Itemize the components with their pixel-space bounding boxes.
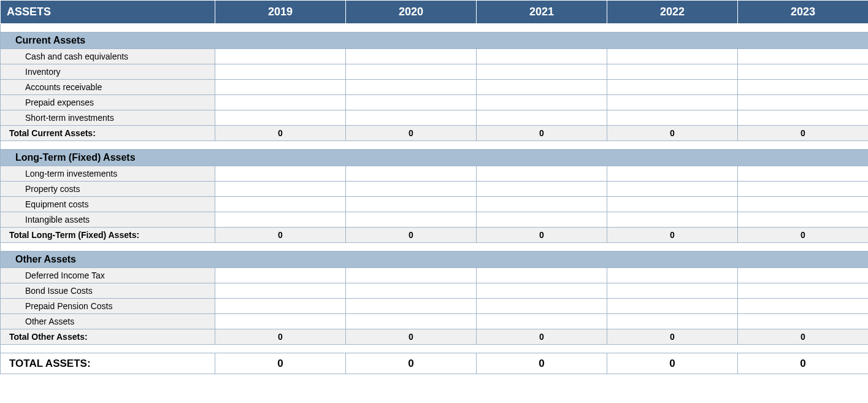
line-item-value[interactable] xyxy=(346,49,477,64)
line-item-row: Prepaid Pension Costs xyxy=(1,299,869,314)
grand-total-value: 0 xyxy=(346,353,477,374)
subtotal-label: Total Long-Term (Fixed) Assets: xyxy=(1,228,215,243)
line-item-value[interactable] xyxy=(607,299,738,314)
line-item-value[interactable] xyxy=(607,95,738,110)
line-item-value[interactable] xyxy=(346,212,477,228)
line-item-value[interactable] xyxy=(346,95,477,110)
line-item-value[interactable] xyxy=(607,110,738,126)
line-item-value[interactable] xyxy=(346,110,477,126)
line-item-value[interactable] xyxy=(607,182,738,197)
line-item-value[interactable] xyxy=(738,64,869,80)
line-item-value[interactable] xyxy=(477,95,607,110)
grand-total-row: TOTAL ASSETS:00000 xyxy=(1,353,869,374)
subtotal-value: 0 xyxy=(607,228,738,243)
line-item-value[interactable] xyxy=(215,49,346,64)
line-item-value[interactable] xyxy=(346,197,477,212)
line-item-value[interactable] xyxy=(607,212,738,228)
subtotal-value: 0 xyxy=(738,126,869,141)
grand-total-label: TOTAL ASSETS: xyxy=(1,353,215,374)
line-item-value[interactable] xyxy=(215,268,346,283)
line-item-value[interactable] xyxy=(607,166,738,182)
line-item-value[interactable] xyxy=(477,49,607,64)
line-item-value[interactable] xyxy=(346,166,477,182)
line-item-value[interactable] xyxy=(215,299,346,314)
line-item-value[interactable] xyxy=(738,197,869,212)
subtotal-value: 0 xyxy=(215,329,346,345)
line-item-value[interactable] xyxy=(477,299,607,314)
section-title: Other Assets xyxy=(1,251,869,268)
line-item-value[interactable] xyxy=(215,80,346,95)
line-item-value[interactable] xyxy=(215,212,346,228)
line-item-value[interactable] xyxy=(346,299,477,314)
subtotal-row: Total Other Assets:00000 xyxy=(1,329,869,345)
line-item-value[interactable] xyxy=(607,268,738,283)
line-item-value[interactable] xyxy=(346,268,477,283)
line-item-value[interactable] xyxy=(215,166,346,182)
line-item-row: Deferred Income Tax xyxy=(1,268,869,283)
line-item-value[interactable] xyxy=(215,95,346,110)
line-item-value[interactable] xyxy=(215,110,346,126)
line-item-value[interactable] xyxy=(477,268,607,283)
line-item-value[interactable] xyxy=(477,197,607,212)
spacer-cell xyxy=(1,24,869,33)
subtotal-value: 0 xyxy=(215,126,346,141)
line-item-value[interactable] xyxy=(738,80,869,95)
line-item-value[interactable] xyxy=(346,80,477,95)
subtotal-value: 0 xyxy=(346,228,477,243)
year-header: 2022 xyxy=(607,1,738,24)
line-item-value[interactable] xyxy=(607,49,738,64)
line-item-value[interactable] xyxy=(477,212,607,228)
line-item-row: Long-term investements xyxy=(1,166,869,182)
line-item-value[interactable] xyxy=(607,80,738,95)
line-item-value[interactable] xyxy=(477,283,607,299)
line-item-row: Inventory xyxy=(1,64,869,80)
spacer-row xyxy=(1,345,869,353)
line-item-value[interactable] xyxy=(738,212,869,228)
line-item-value[interactable] xyxy=(738,49,869,64)
line-item-value[interactable] xyxy=(477,64,607,80)
line-item-row: Equipment costs xyxy=(1,197,869,212)
subtotal-value: 0 xyxy=(738,228,869,243)
line-item-value[interactable] xyxy=(346,283,477,299)
line-item-label: Bond Issue Costs xyxy=(1,283,215,299)
line-item-value[interactable] xyxy=(738,110,869,126)
line-item-value[interactable] xyxy=(477,80,607,95)
line-item-value[interactable] xyxy=(477,166,607,182)
line-item-value[interactable] xyxy=(738,166,869,182)
line-item-value[interactable] xyxy=(607,283,738,299)
line-item-value[interactable] xyxy=(215,283,346,299)
header-row: ASSETS20192020202120222023 xyxy=(1,1,869,24)
line-item-value[interactable] xyxy=(346,182,477,197)
line-item-value[interactable] xyxy=(215,64,346,80)
spacer-cell xyxy=(1,345,869,353)
line-item-value[interactable] xyxy=(215,314,346,329)
line-item-value[interactable] xyxy=(477,314,607,329)
line-item-value[interactable] xyxy=(215,197,346,212)
line-item-value[interactable] xyxy=(477,110,607,126)
subtotal-value: 0 xyxy=(346,329,477,345)
line-item-value[interactable] xyxy=(607,197,738,212)
subtotal-value: 0 xyxy=(215,228,346,243)
line-item-label: Intangible assets xyxy=(1,212,215,228)
spacer-row xyxy=(1,243,869,251)
line-item-value[interactable] xyxy=(215,182,346,197)
subtotal-label: Total Other Assets: xyxy=(1,329,215,345)
line-item-label: Inventory xyxy=(1,64,215,80)
line-item-value[interactable] xyxy=(607,64,738,80)
line-item-value[interactable] xyxy=(738,268,869,283)
assets-header: ASSETS xyxy=(1,1,215,24)
line-item-value[interactable] xyxy=(738,299,869,314)
subtotal-label: Total Current Assets: xyxy=(1,126,215,141)
line-item-label: Accounts receivable xyxy=(1,80,215,95)
line-item-value[interactable] xyxy=(738,182,869,197)
line-item-label: Property costs xyxy=(1,182,215,197)
section-header: Long-Term (Fixed) Assets xyxy=(1,150,869,166)
line-item-value[interactable] xyxy=(738,283,869,299)
spacer-row xyxy=(1,24,869,33)
line-item-value[interactable] xyxy=(738,95,869,110)
line-item-value[interactable] xyxy=(477,182,607,197)
line-item-value[interactable] xyxy=(607,314,738,329)
line-item-value[interactable] xyxy=(738,314,869,329)
line-item-value[interactable] xyxy=(346,314,477,329)
line-item-value[interactable] xyxy=(346,64,477,80)
